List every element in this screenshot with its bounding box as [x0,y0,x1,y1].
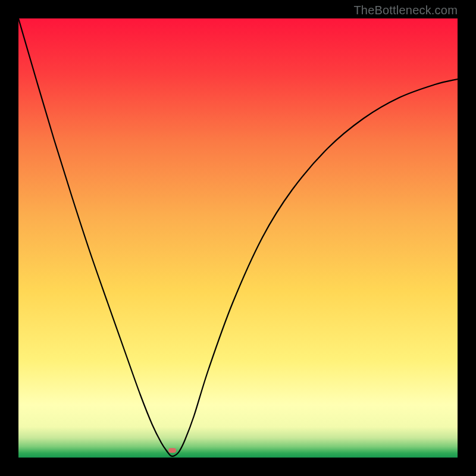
gradient-background [18,18,458,458]
minimum-marker [168,448,176,453]
watermark-text: TheBottleneck.com [353,4,458,17]
plot-area [18,18,458,458]
chart-frame: TheBottleneck.com [0,0,476,476]
chart-svg [18,18,458,458]
